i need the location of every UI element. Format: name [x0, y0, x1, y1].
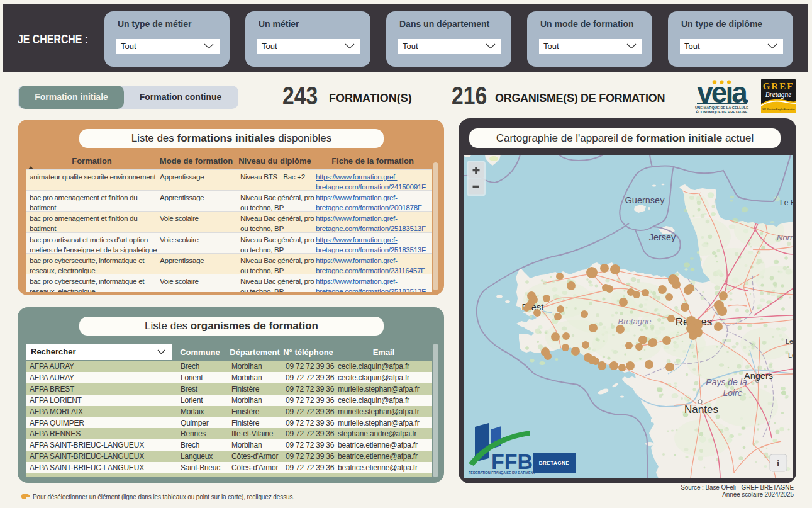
- svg-text:Bretagne: Bretagne: [765, 91, 792, 99]
- svg-text:GREF: GREF: [763, 81, 794, 91]
- svg-text:i: i: [777, 458, 779, 468]
- svg-text:Le Havre: Le Havre: [780, 198, 793, 207]
- svg-text:FFB: FFB: [491, 449, 533, 473]
- svg-text:UNE MARQUE DE LA CELLULE: UNE MARQUE DE LA CELLULE: [695, 106, 748, 110]
- svg-text:Pays de la: Pays de la: [706, 377, 747, 387]
- svg-text:ÉCONOMIQUE DE BRETAGNE: ÉCONOMIQUE DE BRETAGNE: [696, 110, 747, 114]
- svg-text:Normandie: Normandie: [777, 233, 793, 242]
- svg-text:Loire: Loire: [723, 388, 742, 398]
- svg-text:Jersey: Jersey: [649, 232, 676, 242]
- svg-text:Angers: Angers: [744, 371, 773, 381]
- svg-text:Nantes: Nantes: [684, 404, 718, 415]
- svg-text:Lo: Lo: [788, 351, 793, 359]
- svg-text:Le Mans: Le Mans: [786, 337, 793, 345]
- svg-text:FEDERATION FRANÇAISE DU BATIME: FEDERATION FRANÇAISE DU BATIMENT: [469, 471, 536, 475]
- svg-text:Bretagne: Bretagne: [618, 317, 652, 326]
- svg-text:Guernsey: Guernsey: [625, 195, 665, 205]
- svg-text:GIP Relation Emploi Formation: GIP Relation Emploi Formation: [762, 108, 794, 111]
- svg-text:BRETAGNE: BRETAGNE: [539, 460, 569, 466]
